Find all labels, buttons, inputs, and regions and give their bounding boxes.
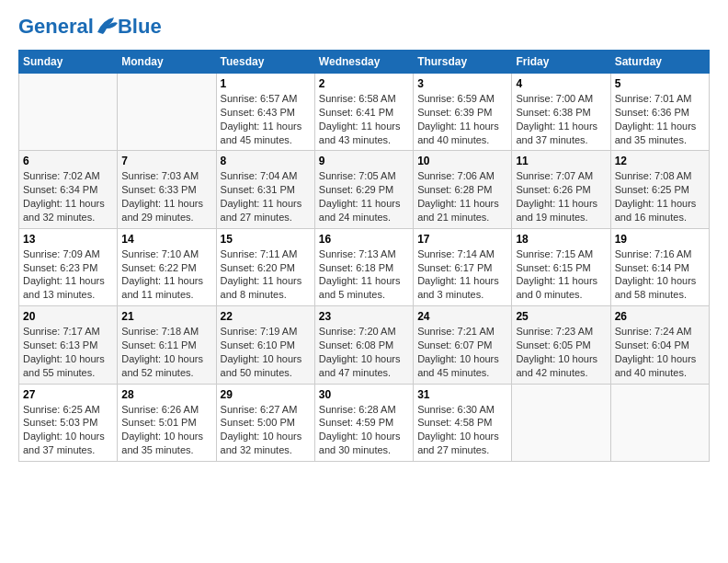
sunrise-text: Sunrise: 7:14 AM: [417, 248, 495, 259]
day-info: Sunrise: 7:18 AMSunset: 6:11 PMDaylight:…: [121, 325, 211, 379]
weekday-header-thursday: Thursday: [414, 51, 512, 74]
logo-bird-icon: [96, 16, 119, 36]
day-info: Sunrise: 7:00 AMSunset: 6:38 PMDaylight:…: [516, 92, 606, 146]
sunrise-text: Sunrise: 6:59 AM: [417, 93, 495, 104]
calendar-cell: 28Sunrise: 6:26 AMSunset: 5:01 PMDayligh…: [118, 384, 216, 461]
calendar-cell: 5Sunrise: 7:01 AMSunset: 6:36 PMDaylight…: [610, 74, 709, 151]
daylight-text: Daylight: 11 hours and 13 minutes.: [23, 275, 105, 300]
calendar-cell: 27Sunrise: 6:25 AMSunset: 5:03 PMDayligh…: [19, 384, 118, 461]
calendar-table: SundayMondayTuesdayWednesdayThursdayFrid…: [18, 50, 710, 462]
calendar-cell: 16Sunrise: 7:13 AMSunset: 6:18 PMDayligh…: [314, 228, 413, 305]
week-row-1: 1Sunrise: 6:57 AMSunset: 6:43 PMDaylight…: [19, 74, 710, 151]
sunset-text: Sunset: 6:04 PM: [615, 339, 689, 350]
sunset-text: Sunset: 6:07 PM: [417, 339, 492, 350]
header: General Blue: [18, 15, 710, 39]
calendar-cell: 14Sunrise: 7:10 AMSunset: 6:22 PMDayligh…: [118, 228, 216, 305]
week-row-4: 20Sunrise: 7:17 AMSunset: 6:13 PMDayligh…: [19, 306, 710, 384]
sunrise-text: Sunrise: 6:26 AM: [121, 404, 199, 415]
sunrise-text: Sunrise: 7:01 AM: [615, 93, 692, 104]
sunset-text: Sunset: 6:33 PM: [121, 184, 196, 195]
sunset-text: Sunset: 6:36 PM: [615, 107, 689, 118]
weekday-header-wednesday: Wednesday: [314, 51, 413, 74]
calendar-cell: 21Sunrise: 7:18 AMSunset: 6:11 PMDayligh…: [118, 306, 216, 384]
day-info: Sunrise: 7:05 AMSunset: 6:29 PMDaylight:…: [319, 169, 409, 224]
sunrise-text: Sunrise: 7:10 AM: [121, 248, 199, 259]
day-info: Sunrise: 7:21 AMSunset: 6:07 PMDaylight:…: [417, 325, 507, 379]
day-number: 21: [121, 310, 211, 323]
sunrise-text: Sunrise: 6:57 AM: [221, 93, 298, 104]
sunrise-text: Sunrise: 7:21 AM: [417, 326, 495, 337]
day-info: Sunrise: 7:04 AMSunset: 6:31 PMDaylight:…: [221, 169, 311, 224]
daylight-text: Daylight: 11 hours and 24 minutes.: [319, 198, 401, 223]
calendar-cell: 17Sunrise: 7:14 AMSunset: 6:17 PMDayligh…: [414, 228, 512, 305]
day-number: 14: [121, 233, 211, 246]
daylight-text: Daylight: 10 hours and 32 minutes.: [221, 431, 302, 455]
day-number: 7: [121, 155, 211, 167]
calendar-cell: 3Sunrise: 6:59 AMSunset: 6:39 PMDaylight…: [414, 74, 512, 151]
weekday-header-tuesday: Tuesday: [216, 51, 314, 74]
day-info: Sunrise: 7:01 AMSunset: 6:36 PMDaylight:…: [615, 92, 705, 146]
day-number: 19: [615, 233, 705, 246]
logo-blue: Blue: [118, 15, 162, 39]
logo-text: General: [18, 16, 119, 38]
day-info: Sunrise: 7:07 AMSunset: 6:26 PMDaylight:…: [516, 169, 606, 224]
daylight-text: Daylight: 10 hours and 40 minutes.: [615, 353, 697, 378]
sunrise-text: Sunrise: 7:07 AM: [516, 170, 593, 181]
daylight-text: Daylight: 11 hours and 16 minutes.: [615, 198, 697, 223]
day-info: Sunrise: 7:06 AMSunset: 6:28 PMDaylight:…: [417, 169, 507, 224]
calendar-cell: 24Sunrise: 7:21 AMSunset: 6:07 PMDayligh…: [414, 306, 512, 384]
day-info: Sunrise: 6:57 AMSunset: 6:43 PMDaylight:…: [221, 92, 311, 146]
sunrise-text: Sunrise: 7:11 AM: [221, 248, 298, 259]
logo: General Blue: [18, 15, 162, 39]
day-info: Sunrise: 7:10 AMSunset: 6:22 PMDaylight:…: [121, 247, 211, 302]
day-number: 8: [221, 155, 311, 167]
week-row-5: 27Sunrise: 6:25 AMSunset: 5:03 PMDayligh…: [19, 384, 710, 461]
sunrise-text: Sunrise: 7:15 AM: [516, 248, 593, 259]
calendar-cell: 7Sunrise: 7:03 AMSunset: 6:33 PMDaylight…: [118, 151, 216, 228]
calendar-cell: 19Sunrise: 7:16 AMSunset: 6:14 PMDayligh…: [610, 228, 709, 305]
sunrise-text: Sunrise: 7:08 AM: [615, 170, 692, 181]
day-number: 12: [615, 155, 705, 167]
day-number: 2: [319, 77, 409, 90]
sunrise-text: Sunrise: 6:28 AM: [319, 404, 396, 415]
day-number: 9: [319, 155, 409, 167]
daylight-text: Daylight: 10 hours and 37 minutes.: [23, 431, 105, 455]
calendar-cell: [610, 384, 709, 461]
daylight-text: Daylight: 10 hours and 58 minutes.: [615, 275, 697, 300]
daylight-text: Daylight: 11 hours and 19 minutes.: [516, 198, 597, 223]
sunrise-text: Sunrise: 7:05 AM: [319, 170, 396, 181]
calendar-cell: 6Sunrise: 7:02 AMSunset: 6:34 PMDaylight…: [19, 151, 118, 228]
calendar-cell: [118, 74, 216, 151]
daylight-text: Daylight: 11 hours and 35 minutes.: [615, 121, 697, 145]
daylight-text: Daylight: 10 hours and 30 minutes.: [319, 431, 401, 455]
calendar-cell: 20Sunrise: 7:17 AMSunset: 6:13 PMDayligh…: [19, 306, 118, 384]
daylight-text: Daylight: 10 hours and 35 minutes.: [121, 431, 203, 455]
sunset-text: Sunset: 6:17 PM: [417, 262, 492, 273]
daylight-text: Daylight: 11 hours and 3 minutes.: [417, 275, 499, 300]
sunset-text: Sunset: 6:43 PM: [221, 107, 295, 118]
sunset-text: Sunset: 6:18 PM: [319, 262, 393, 273]
calendar-cell: 2Sunrise: 6:58 AMSunset: 6:41 PMDaylight…: [314, 74, 413, 151]
day-number: 30: [319, 388, 409, 401]
calendar-cell: 23Sunrise: 7:20 AMSunset: 6:08 PMDayligh…: [314, 306, 413, 384]
sunset-text: Sunset: 6:05 PM: [516, 339, 590, 350]
sunset-text: Sunset: 6:31 PM: [221, 184, 295, 195]
daylight-text: Daylight: 10 hours and 42 minutes.: [516, 353, 597, 378]
sunrise-text: Sunrise: 7:19 AM: [221, 326, 298, 337]
daylight-text: Daylight: 11 hours and 37 minutes.: [516, 121, 597, 145]
day-number: 15: [221, 233, 311, 246]
daylight-text: Daylight: 10 hours and 45 minutes.: [417, 353, 499, 378]
day-number: 29: [221, 388, 311, 401]
sunrise-text: Sunrise: 7:16 AM: [615, 248, 692, 259]
calendar-cell: 8Sunrise: 7:04 AMSunset: 6:31 PMDaylight…: [216, 151, 314, 228]
sunset-text: Sunset: 6:29 PM: [319, 184, 393, 195]
calendar-cell: 26Sunrise: 7:24 AMSunset: 6:04 PMDayligh…: [610, 306, 709, 384]
daylight-text: Daylight: 10 hours and 27 minutes.: [417, 431, 499, 455]
calendar-cell: 18Sunrise: 7:15 AMSunset: 6:15 PMDayligh…: [512, 228, 610, 305]
daylight-text: Daylight: 11 hours and 43 minutes.: [319, 121, 401, 145]
daylight-text: Daylight: 11 hours and 32 minutes.: [23, 198, 105, 223]
sunset-text: Sunset: 6:39 PM: [417, 107, 492, 118]
day-info: Sunrise: 6:58 AMSunset: 6:41 PMDaylight:…: [319, 92, 409, 146]
day-number: 28: [121, 388, 211, 401]
daylight-text: Daylight: 11 hours and 27 minutes.: [221, 198, 302, 223]
